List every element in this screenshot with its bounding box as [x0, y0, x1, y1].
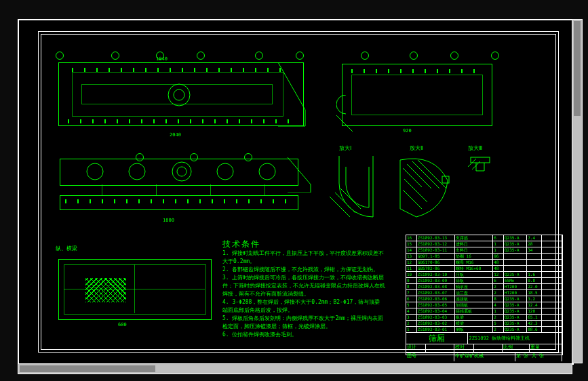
- tech-note: 3. 上筛时的焊接后可冷后，各按压焊接力一致，不得收缩例达断层件；下筛时的焊接按…: [222, 274, 385, 298]
- view-top-right: 920: [328, 52, 511, 140]
- svg-line-17: [403, 190, 422, 209]
- dim: 1800: [163, 217, 174, 224]
- svg-line-10: [335, 193, 355, 213]
- bom-row: 13GB97.1-85垫圈 1696: [406, 254, 562, 260]
- section-label: 放大Ⅱ: [410, 145, 423, 152]
- bolt-row-icon: [72, 68, 288, 72]
- svg-line-16: [404, 179, 427, 202]
- bom-row: 7ZS1892-03-07法兰盘2HT20018.5: [406, 290, 562, 296]
- tb-sheet: 第 张 共 张: [515, 353, 562, 361]
- view-mid-left: 1800: [54, 153, 309, 235]
- tech-note: 2. 各部锯齿焊接随后不慢，不允许残渣，焊钳，方保证无划伤。: [222, 266, 385, 274]
- tech-notes-heading: 技术条件: [222, 240, 385, 248]
- balloon-4: [197, 52, 205, 60]
- scroll-thumb[interactable]: [574, 21, 581, 116]
- title-block: 16ZS1892-03-13支撑筋6Q235-A7.415ZS1892-03-1…: [406, 235, 563, 355]
- detail-b-icon: [393, 156, 454, 224]
- view-top-left: 1840 2040: [54, 52, 309, 140]
- tech-note: 6. 位扣翁件焊例改漆去毛刺。: [222, 331, 385, 339]
- svg-line-11: [340, 188, 361, 209]
- bom-row: 15ZS1892-03-12进料口1Q235-A28: [406, 241, 562, 247]
- bom-row: 9ZS1892-03-09筛板665Mn9.8: [406, 278, 562, 284]
- svg-point-8: [259, 163, 275, 180]
- bolt-row-icon: [351, 69, 484, 73]
- tb-scale: 比例: [503, 344, 530, 353]
- svg-point-3: [87, 163, 103, 180]
- dim: 1840: [156, 56, 168, 62]
- tb-weight: 重量: [530, 344, 562, 353]
- bom-row: 6ZS1892-03-06连接板8Q235-A3.2: [406, 296, 562, 302]
- balloon-2: [111, 52, 119, 60]
- section-label: 放大Ⅲ: [468, 145, 483, 152]
- balloon-9: [450, 52, 458, 60]
- balloon-1: [56, 52, 64, 60]
- balloon-11: [136, 153, 144, 161]
- bom-row: 8ZS1892-03-08轴承座2HT20022.0: [406, 284, 562, 290]
- svg-point-6: [177, 167, 187, 176]
- bom-row: 3ZS1892-03-03纵梁2Q235-A65.1: [406, 315, 562, 321]
- dim: 600: [118, 321, 127, 328]
- tech-note: 4. 3-Φ288，整在焊后，焊接不大于0.2mm；B2-Φ17，筛与顶梁端面底…: [222, 298, 385, 315]
- bore-series-icon: [75, 161, 292, 182]
- hatch-icon: [85, 278, 126, 302]
- bolt-row-icon: [68, 119, 292, 123]
- tb-design: 设计: [406, 344, 426, 353]
- balloon-6: [296, 52, 304, 60]
- balloon-13: [244, 153, 252, 161]
- balloon-10: [491, 52, 499, 60]
- svg-line-9: [330, 197, 350, 217]
- tb-dwgno: 图号: [406, 353, 454, 361]
- svg-line-15: [418, 160, 446, 188]
- tech-note: 5. 焊板后角条后发刻明：内侧焊残厚不改大于2mm；裸压焊内表面检定面，脚压涂镀…: [222, 315, 385, 331]
- scrollbar-vertical[interactable]: [572, 19, 583, 363]
- svg-point-5: [172, 162, 191, 181]
- bom-row: 5ZS1892-03-05加强板4Q235-A12.4: [406, 302, 562, 308]
- bom-row: 1ZS1892-03-01侧板2Q235-A88.6: [406, 327, 562, 333]
- balloon-8: [410, 52, 418, 60]
- scrollbar-horizontal[interactable]: [18, 363, 572, 374]
- cad-viewport[interactable]: 1840 2040 920: [18, 19, 574, 365]
- bom-table: 16ZS1892-03-13支撑筋6Q235-A7.415ZS1892-03-1…: [406, 235, 562, 333]
- dim: 920: [403, 127, 412, 134]
- balloon-5: [255, 52, 263, 60]
- bom-row: 11GB5782-86螺栓 M16×6048: [406, 266, 562, 272]
- svg-line-2: [336, 115, 353, 132]
- bom-row: 14ZS1892-03-11出料口1Q235-A34: [406, 247, 562, 254]
- bom-row: 10ZS1892-03-10压板12Q235-A1.6: [406, 272, 562, 278]
- balloon-12: [190, 153, 198, 161]
- tech-notes: 技术条件 1. 焊接时划线工件平行，且振压上下平放，平行度误差累积误差不大于0.…: [222, 240, 385, 339]
- drive-bore-icon: [167, 83, 191, 107]
- detail-a-icon: [326, 156, 380, 224]
- drawing-subtitle: 2ZS1892 振动筛给料筛主机: [468, 333, 562, 344]
- view-bottom-left: 600: [54, 255, 217, 328]
- tb-check: 校对: [454, 344, 474, 353]
- view-bl-label: 纵、横梁: [56, 245, 77, 252]
- bolt-row-icon: [65, 199, 292, 203]
- dim: 2040: [170, 132, 181, 138]
- tb-company: 中矿煤矿机械: [454, 353, 515, 361]
- drawing-title: 筛厢: [406, 333, 468, 344]
- svg-point-1: [174, 89, 184, 100]
- chute-slope-icon: [288, 157, 317, 193]
- svg-point-4: [129, 163, 145, 180]
- svg-point-7: [217, 163, 233, 180]
- bom-row: 2ZS1892-03-02横梁5Q235-A42.3: [406, 321, 562, 327]
- scroll-thumb[interactable]: [20, 365, 155, 372]
- bom-row: 16ZS1892-03-13支撑筋6Q235-A7.4: [406, 235, 562, 241]
- bom-row: 12GB6170-86螺母 M1648: [406, 260, 562, 266]
- section-label: 放大Ⅰ: [339, 145, 351, 152]
- svg-line-12: [403, 168, 422, 187]
- svg-rect-19: [471, 157, 490, 163]
- detail-c-icon: [464, 153, 498, 178]
- balloon-7: [361, 52, 369, 60]
- svg-point-0: [168, 84, 190, 106]
- bom-row: 4ZS1892-03-04筛箱底板1Q235-A120: [406, 308, 562, 315]
- tech-note: 1. 焊接时划线工件平行，且振压上下平放，平行度误差累积误差不大于0.2mm。: [222, 249, 385, 266]
